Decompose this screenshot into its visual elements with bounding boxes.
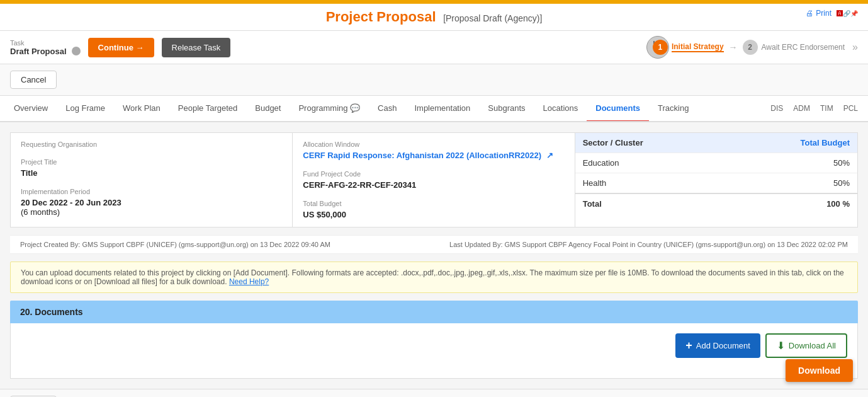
workflow: 1 Initial Strategy → 2 Await ERC Endorse… [653,40,858,55]
tab-documents[interactable]: Documents [587,96,649,122]
info-notice: You can upload documents related to this… [10,262,858,293]
sector-education-name: Education [583,158,619,168]
fund-code-value: CERF-AFG-22-RR-CEF-20341 [303,180,564,190]
sector-row-total: Total 100 % [575,193,857,214]
sector-row-education: Education 50% [575,152,857,173]
step1-badge: 1 [653,40,668,55]
bottom-bar: Cancel [0,389,868,397]
release-task-button[interactable]: Release Task [162,38,231,57]
fund-code-label: Fund Project Code [303,170,564,178]
chevron-icon: » [852,42,858,53]
requesting-org-section: Requesting Organisation [21,141,282,148]
workflow-step-1: 1 Initial Strategy [653,40,724,55]
impl-period-label: Implementation Period [21,188,282,195]
impl-period-value: 20 Dec 2022 - 20 Jun 2023 [21,198,282,207]
download-icon: ⬇ [777,340,785,352]
step2-badge: 2 [743,40,758,55]
sector-health-name: Health [583,178,607,188]
created-by: Project Created By: GMS Support CBPF (UN… [20,241,330,248]
tab-tracking[interactable]: Tracking [649,96,697,122]
info-left: Requesting Organisation Project Title Ti… [11,133,293,227]
page-status: [Proposal Draft (Agency)] [443,13,542,23]
workflow-step-2: 2 Await ERC Endorsement [743,40,845,55]
external-link-icon[interactable]: ↗ [546,151,553,160]
plus-icon: + [685,339,692,352]
tabs: Overview Log Frame Work Plan People Targ… [0,96,868,122]
tab-tim[interactable]: TIM [815,96,838,122]
tab-subgrants[interactable]: Subgrants [479,96,534,122]
total-budget-value: US $50,000 [303,210,564,219]
step-arrow: → [729,42,738,52]
task-name: Draft Proposal [10,47,81,56]
step2-label: Await ERC Endorsement [762,43,845,52]
header: Project Proposal [Proposal Draft (Agency… [0,4,868,31]
total-budget-section: Total Budget US $50,000 [303,200,564,219]
icon-group: 🅰🔗📌 [837,10,858,17]
tab-budget[interactable]: Budget [246,96,290,122]
project-title-value: Title [21,168,282,178]
total-budget-label: Total Budget [303,200,564,207]
sector-table-header: Sector / Cluster Total Budget [575,133,857,152]
tab-implementation[interactable]: Implementation [405,96,479,122]
sector-col-label: Sector / Cluster [583,138,643,147]
sector-education-budget: 50% [833,158,850,168]
tab-dis[interactable]: DIS [765,96,788,122]
doc-actions: + Add Document ⬇ Download All [21,333,847,358]
tab-workplan[interactable]: Work Plan [114,96,169,122]
allocation-section: Allocation Window CERF Rapid Response: A… [303,141,564,160]
sector-row-health: Health 50% [575,173,857,193]
sector-table: Sector / Cluster Total Budget Education … [575,133,857,227]
sector-total-name: Total [583,199,602,209]
add-document-button[interactable]: + Add Document [675,333,760,358]
budget-col-label: Total Budget [801,138,850,147]
allocation-label: Allocation Window [303,141,564,148]
tab-logframe[interactable]: Log Frame [57,96,114,122]
main-content: Requesting Organisation Project Title Ti… [0,122,868,389]
project-title-section: Project Title Title [21,158,282,178]
task-label: Task [10,39,81,47]
updated-by: Last Updated By: GMS Support CBPF Agency… [449,241,848,248]
step1-label: Initial Strategy [672,42,724,52]
documents-section-header: 20. Documents [10,301,858,323]
task-bar: Task Draft Proposal Continue → Release T… [0,31,868,64]
requesting-org-label: Requesting Organisation [21,141,282,148]
page-title: Project Proposal [326,9,436,25]
print-icon: 🖨 [806,9,813,18]
notice-text: You can upload documents related to this… [21,268,844,286]
task-info: Task Draft Proposal [10,39,81,56]
tab-pcl[interactable]: PCL [838,96,863,122]
tab-overview[interactable]: Overview [5,96,57,122]
documents-section-body: + Add Document ⬇ Download All [10,323,858,379]
tab-adm[interactable]: ADM [788,96,815,122]
impl-period-section: Implementation Period 20 Dec 2022 - 20 J… [21,188,282,217]
continue-button[interactable]: Continue → [88,38,154,57]
tab-programming[interactable]: Programming 💬 [290,96,369,122]
sector-total-budget: 100 % [826,199,850,209]
tab-locations[interactable]: Locations [534,96,587,122]
tab-people[interactable]: People Targeted [169,96,246,122]
need-help-link[interactable]: Need Help? [229,277,269,286]
tab-cash[interactable]: Cash [369,96,405,122]
print-button[interactable]: 🖨 Print 🅰🔗📌 [806,9,858,18]
user-icon [72,47,81,55]
fund-code-section: Fund Project Code CERF-AFG-22-RR-CEF-203… [303,170,564,190]
info-mid: Allocation Window CERF Rapid Response: A… [293,133,575,227]
cancel-bar: Cancel [0,64,868,96]
download-all-button[interactable]: ⬇ Download All [765,333,847,358]
sector-health-budget: 50% [833,178,850,188]
top-cancel-button[interactable]: Cancel [10,71,57,89]
allocation-value: CERF Rapid Response: Afghanistan 2022 (A… [303,151,564,160]
project-info-grid: Requesting Organisation Project Title Ti… [10,132,858,227]
meta-bar: Project Created By: GMS Support CBPF (UN… [10,235,858,254]
tab-right-group: DIS ADM TIM PCL [765,96,863,121]
project-title-label: Project Title [21,158,282,166]
download-button[interactable]: Download [786,359,853,382]
impl-duration: (6 months) [21,207,282,217]
